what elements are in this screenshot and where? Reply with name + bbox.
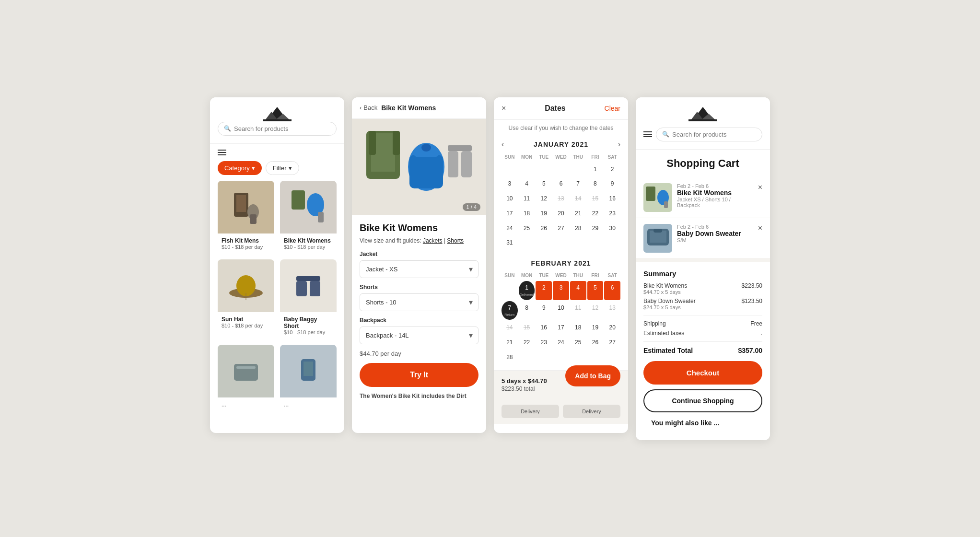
cal-day[interactable]: 3	[553, 281, 569, 300]
dow-fri: FRI	[587, 271, 604, 280]
search-bar[interactable]: 🔍	[218, 122, 337, 136]
shorts-label: Shorts	[360, 284, 478, 291]
cal-day[interactable]: 8	[587, 177, 604, 191]
product-card[interactable]: Fish Kit Mens $10 - $18 per day	[218, 181, 274, 254]
clear-button[interactable]: Clear	[605, 105, 620, 112]
cal-day[interactable]: 2	[536, 281, 552, 300]
product-card[interactable]: ...	[280, 345, 337, 412]
product-name-heading: Bike Kit Womens	[360, 222, 478, 233]
cal-day[interactable]: 23	[536, 336, 552, 350]
cal-day: 14	[502, 321, 518, 335]
cal-day[interactable]: 7	[570, 177, 586, 191]
search-input[interactable]	[234, 125, 330, 132]
product-card[interactable]: ...	[218, 345, 274, 412]
product-card[interactable]: Baby Baggy Short $10 - $18 per day	[280, 259, 337, 339]
cal-day[interactable]: 19	[587, 321, 604, 335]
cal-day[interactable]: 21	[502, 336, 518, 350]
cal-day[interactable]: 23	[604, 207, 620, 221]
cal-day[interactable]: 1	[587, 163, 604, 176]
cal-day[interactable]: 2	[604, 163, 620, 176]
try-it-button[interactable]: Try It	[360, 363, 478, 387]
footer-bottom: 5 days x $44.70 $223.50 total Add to Bag	[502, 377, 620, 392]
product-card[interactable]: Bike Kit Womens $10 - $18 per day	[280, 181, 337, 254]
cal-day: 15	[519, 321, 535, 335]
calendar-footer: 5 days x $44.70 $223.50 total Add to Bag	[494, 370, 628, 399]
hamburger-menu[interactable]	[643, 131, 652, 137]
filter-button[interactable]: Filter ▾	[266, 161, 299, 175]
svg-rect-7	[250, 214, 257, 224]
cal-day[interactable]: 6	[604, 281, 620, 300]
cal-day[interactable]: 16	[536, 321, 552, 335]
shorts-select[interactable]: Shorts - 10 Shorts - 8 Shorts - 12	[360, 293, 478, 311]
cal-day[interactable]: 3	[502, 177, 518, 191]
remove-item-button[interactable]: ×	[758, 183, 762, 192]
close-button[interactable]: ×	[502, 104, 506, 113]
search-bar[interactable]: 🔍	[656, 128, 762, 141]
backpack-select[interactable]: Backpack - 14L Backpack - 20L	[360, 327, 478, 344]
hamburger-menu[interactable]	[218, 150, 226, 155]
jackets-link[interactable]: Jackets	[423, 237, 443, 244]
cal-day[interactable]: 17	[553, 321, 569, 335]
search-input[interactable]	[672, 131, 756, 138]
cal-day[interactable]: 28	[502, 350, 518, 364]
total-price: $223.50 total	[502, 385, 547, 392]
cal-day[interactable]: 24	[502, 222, 518, 235]
cal-day-delivered[interactable]: 1Delivered	[519, 281, 535, 300]
checkout-button[interactable]: Checkout	[643, 361, 762, 385]
prev-month-button[interactable]: ‹	[502, 140, 504, 149]
delivery-tab-1[interactable]: Delivery	[502, 405, 559, 418]
cal-day[interactable]: 5	[536, 177, 552, 191]
cal-day[interactable]: 9	[536, 301, 552, 320]
cal-day[interactable]: 31	[502, 236, 518, 250]
cal-day[interactable]: 27	[553, 222, 569, 235]
cal-day[interactable]: 24	[553, 336, 569, 350]
remove-item-button[interactable]: ×	[758, 224, 762, 233]
svg-rect-18	[236, 366, 256, 369]
cal-day[interactable]: 29	[587, 222, 604, 235]
shorts-link[interactable]: Shorts	[447, 237, 464, 244]
add-to-bag-button[interactable]: Add to Bag	[565, 365, 620, 386]
cal-day[interactable]: 5	[587, 281, 604, 300]
mountain-logo	[263, 105, 292, 122]
cal-day[interactable]: 4	[519, 177, 535, 191]
cal-day[interactable]: 28	[570, 222, 586, 235]
cal-day[interactable]: 17	[502, 207, 518, 221]
cal-day[interactable]: 21	[570, 207, 586, 221]
cart-item-image	[643, 224, 672, 253]
baby-sweater-cart-image	[645, 225, 671, 251]
cal-day[interactable]: 9	[604, 177, 620, 191]
cal-day-return[interactable]: 7Return	[502, 301, 518, 320]
cal-day[interactable]: 20	[604, 321, 620, 335]
delivery-tab-2[interactable]: Delivery	[563, 405, 620, 418]
cal-day[interactable]: 26	[536, 222, 552, 235]
cal-day[interactable]: 25	[519, 222, 535, 235]
cal-day[interactable]: 20	[553, 207, 569, 221]
cal-day[interactable]: 25	[570, 336, 586, 350]
continue-shopping-button[interactable]: Continue Shopping	[643, 389, 762, 412]
cal-day[interactable]: 11	[519, 192, 535, 206]
cal-day[interactable]: 6	[553, 177, 569, 191]
cal-day[interactable]: 8	[519, 301, 535, 320]
cal-day[interactable]: 27	[604, 336, 620, 350]
category-button[interactable]: Category ▾	[218, 161, 262, 175]
cal-day[interactable]: 18	[570, 321, 586, 335]
product-card[interactable]: Sun Hat $10 - $18 per day	[218, 259, 274, 339]
dow-tue: TUE	[536, 271, 552, 280]
jacket-select[interactable]: Jacket - XS Jacket - S Jacket - M Jacket…	[360, 260, 478, 278]
cal-day[interactable]: 10	[553, 301, 569, 320]
dow-wed: WED	[553, 271, 569, 280]
cal-day[interactable]: 16	[604, 192, 620, 206]
cal-day[interactable]: 26	[587, 336, 604, 350]
back-button[interactable]: ‹ Back	[360, 104, 377, 111]
backpack-select-wrapper: Backpack - 14L Backpack - 20L ▾	[360, 327, 478, 344]
cal-day[interactable]: 4	[570, 281, 586, 300]
cal-day	[570, 163, 586, 176]
cal-day[interactable]: 22	[587, 207, 604, 221]
next-month-button[interactable]: ›	[618, 140, 620, 149]
cal-day[interactable]: 30	[604, 222, 620, 235]
cal-day[interactable]: 19	[536, 207, 552, 221]
cal-day[interactable]: 10	[502, 192, 518, 206]
cal-day[interactable]: 22	[519, 336, 535, 350]
cal-day[interactable]: 18	[519, 207, 535, 221]
cal-day[interactable]: 12	[536, 192, 552, 206]
